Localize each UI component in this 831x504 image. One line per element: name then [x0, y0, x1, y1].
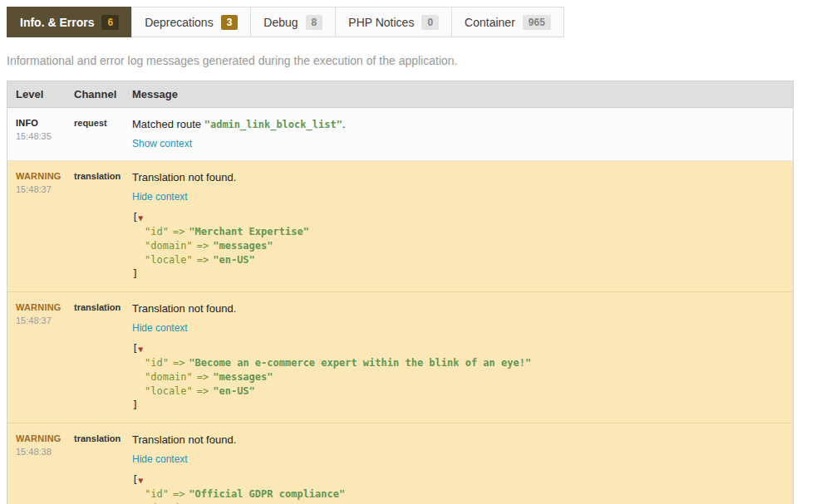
- dump-collapse-toggle-icon[interactable]: ▼: [138, 213, 143, 223]
- tab-deprecations-count-badge: 3: [221, 15, 238, 30]
- message-cell: Translation not found. Hide context [▼ "…: [124, 423, 793, 504]
- tab-container-count-badge: 965: [523, 15, 551, 30]
- log-row: INFO 15:48:35 request Matched route "adm…: [7, 108, 793, 161]
- level-label: INFO: [16, 118, 64, 128]
- dump-collapse-toggle-icon[interactable]: ▼: [138, 476, 143, 485]
- tab-info-errors-count-badge: 6: [101, 15, 119, 30]
- dump-key: "domain": [145, 371, 193, 383]
- tab-debug-label: Debug: [263, 16, 297, 29]
- log-timestamp: 15:48:35: [16, 131, 64, 141]
- arrow-operator: =>: [173, 488, 184, 500]
- log-row: WARNING 15:48:37 translation Translation…: [7, 292, 793, 423]
- dump-key: "id": [145, 357, 169, 369]
- dump-key: "id": [145, 226, 169, 237]
- level-cell: WARNING 15:48:37: [7, 292, 67, 423]
- message-cell: Translation not found. Hide context [▼ "…: [124, 292, 793, 423]
- context-dump: [▼ "id"=>"Official GDPR compliance" "dom…: [132, 473, 783, 504]
- dump-entry: "id"=>"Become an e-commerce expert withi…: [132, 356, 783, 370]
- dump-value: "en-US": [213, 254, 255, 266]
- hide-context-link[interactable]: Hide context: [132, 453, 188, 465]
- tab-deprecations[interactable]: Deprecations 3: [131, 7, 251, 37]
- log-message: Translation not found.: [132, 301, 783, 316]
- dump-key: "id": [145, 488, 169, 500]
- tab-deprecations-label: Deprecations: [145, 16, 214, 29]
- arrow-operator: =>: [173, 357, 184, 369]
- dump-value: "Official GDPR compliance": [189, 488, 345, 500]
- tab-debug[interactable]: Debug 8: [250, 7, 336, 37]
- dump-entry: "locale"=>"en-US": [132, 253, 783, 267]
- level-label: WARNING: [16, 302, 64, 312]
- route-name-code: "admin_link_block_list": [204, 119, 342, 130]
- dump-entry: "domain"=>"messages": [132, 370, 783, 384]
- log-tabs: Info. & Errors 6 Deprecations 3 Debug 8 …: [7, 7, 824, 37]
- dump-open-line: [▼: [132, 473, 783, 487]
- log-row: WARNING 15:48:38 translation Translation…: [7, 423, 793, 504]
- hide-context-link[interactable]: Hide context: [132, 191, 188, 203]
- header-level: Level: [7, 81, 67, 107]
- context-dump: [▼ "id"=>"Merchant Expertise" "domain"=>…: [132, 211, 783, 281]
- log-table: Level Channel Message INFO 15:48:35 requ…: [7, 81, 794, 504]
- log-timestamp: 15:48:37: [16, 316, 64, 325]
- tab-container[interactable]: Container 965: [451, 7, 564, 37]
- level-label: WARNING: [16, 171, 64, 181]
- message-cell: Matched route "admin_link_block_list". S…: [124, 108, 793, 160]
- channel-label: request: [67, 108, 124, 160]
- level-cell: INFO 15:48:35: [7, 108, 67, 160]
- channel-label: translation: [67, 292, 124, 423]
- message-cell: Translation not found. Hide context [▼ "…: [124, 161, 793, 291]
- message-suffix: .: [342, 118, 346, 130]
- hide-context-link[interactable]: Hide context: [132, 322, 188, 334]
- message-text: Matched route: [132, 118, 204, 130]
- level-label: WARNING: [16, 433, 64, 443]
- dump-key: "domain": [145, 240, 193, 252]
- dump-value: "en-US": [213, 385, 255, 397]
- dump-entry: "locale"=>"en-US": [132, 384, 783, 399]
- log-table-header: Level Channel Message: [7, 81, 793, 108]
- tab-debug-count-badge: 8: [306, 15, 323, 30]
- dump-value: "messages": [213, 371, 273, 383]
- dump-open-line: [▼: [132, 342, 783, 356]
- channel-label: translation: [67, 423, 124, 504]
- log-message: Translation not found.: [132, 170, 783, 185]
- channel-label: translation: [67, 161, 124, 291]
- panel-description: Informational and error log messages gen…: [7, 54, 824, 67]
- dump-value: "Merchant Expertise": [189, 226, 309, 237]
- profiler-logger-panel: Info. & Errors 6 Deprecations 3 Debug 8 …: [0, 0, 831, 504]
- log-message: Translation not found.: [132, 433, 783, 448]
- log-timestamp: 15:48:38: [16, 447, 64, 457]
- log-timestamp: 15:48:37: [16, 184, 64, 194]
- tab-info-errors[interactable]: Info. & Errors 6: [7, 7, 132, 37]
- dump-key: "locale": [145, 385, 193, 397]
- close-bracket: ]: [132, 399, 138, 411]
- dump-entry: "id"=>"Official GDPR compliance": [132, 487, 783, 502]
- tab-php-notices-count-badge: 0: [421, 15, 439, 30]
- tab-container-label: Container: [465, 16, 515, 29]
- header-channel: Channel: [67, 81, 124, 107]
- close-bracket: ]: [132, 268, 138, 280]
- dump-entry: "domain"=>"messages": [132, 239, 783, 253]
- log-message: Matched route "admin_link_block_list".: [132, 117, 783, 132]
- header-message: Message: [124, 81, 793, 107]
- arrow-operator: =>: [197, 385, 209, 397]
- dump-close-line: ]: [132, 399, 783, 413]
- dump-value: "messages": [213, 240, 273, 252]
- log-row: WARNING 15:48:37 translation Translation…: [7, 161, 793, 292]
- tab-php-notices[interactable]: PHP Notices 0: [335, 7, 452, 37]
- level-cell: WARNING 15:48:38: [7, 423, 67, 504]
- dump-value: "Become an e-commerce expert within the …: [189, 357, 531, 369]
- tab-php-notices-label: PHP Notices: [348, 16, 414, 29]
- tab-info-errors-label: Info. & Errors: [20, 16, 94, 29]
- dump-open-line: [▼: [132, 211, 783, 225]
- context-dump: [▼ "id"=>"Become an e-commerce expert wi…: [132, 342, 783, 413]
- dump-key: "locale": [145, 254, 193, 266]
- dump-collapse-toggle-icon[interactable]: ▼: [138, 345, 143, 354]
- show-context-link[interactable]: Show context: [132, 138, 192, 149]
- dump-close-line: ]: [132, 267, 783, 281]
- arrow-operator: =>: [197, 254, 209, 266]
- dump-entry: "id"=>"Merchant Expertise": [132, 225, 783, 239]
- arrow-operator: =>: [197, 240, 209, 252]
- arrow-operator: =>: [197, 371, 209, 383]
- arrow-operator: =>: [173, 226, 184, 237]
- level-cell: WARNING 15:48:37: [7, 161, 67, 291]
